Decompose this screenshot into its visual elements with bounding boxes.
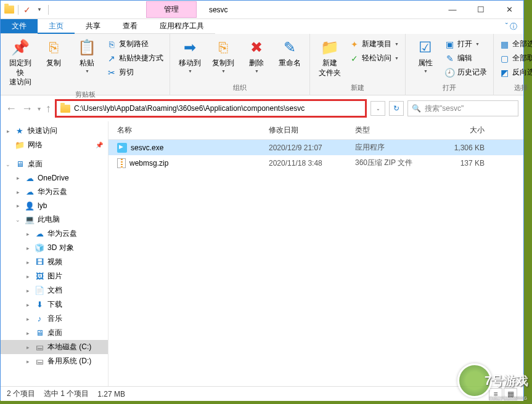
label: 删除 [249,59,264,68]
easyaccess-button[interactable]: ✓轻松访问▼ [348,52,400,65]
nav-localdisk-c[interactable]: ▸🖴本地磁盘 (C:) [1,340,108,354]
help-button[interactable]: ˇ ⓘ [505,22,517,32]
rename-icon: ✎ [280,38,300,57]
tab-share[interactable]: 共享 [75,19,112,34]
pin-quickaccess-button[interactable]: 📌 固定到快 速访问 [6,36,35,89]
column-headers: 名称 修改日期 类型 大小 [108,121,523,140]
nav-backup-d[interactable]: ▸🖴备用系统 (D:) [1,354,108,368]
desktop-icon: 🖥 [34,328,45,338]
newitem-button[interactable]: ✦新建项目▼ [348,38,400,50]
invert-button[interactable]: ◩反向选择 [499,66,532,79]
col-type[interactable]: 类型 [355,125,435,135]
nav-videos[interactable]: ▸🎞视频 [1,255,108,269]
file-size: 137 KB [435,159,491,168]
ribbon-tabs: 文件 主页 共享 查看 应用程序工具 ˇ ⓘ [1,19,523,34]
forward-button[interactable]: → [22,102,33,115]
tab-home[interactable]: 主页 [38,19,75,34]
nav-music[interactable]: ▸♪音乐 [1,312,108,326]
address-path[interactable]: C:\Users\lyb\AppData\Roaming\360se6\Appl… [74,104,361,113]
col-date[interactable]: 修改日期 [269,125,355,135]
nav-desktop[interactable]: ⌄🖥桌面 [1,157,108,171]
group-label: 选择 [499,82,532,92]
search-input[interactable]: 🔍 搜索"sesvc" [407,100,518,116]
pin-icon: 📌 [96,142,103,148]
selectall-button[interactable]: ▦全部选择 [499,38,532,50]
label: 桌面 [47,328,62,338]
navigation-pane[interactable]: ▸★快速访问 📁网络📌 ⌄🖥桌面 ▸☁OneDrive ▸☁华为云盘 ▸👤lyb… [1,121,108,386]
properties-button[interactable]: ☑属性▼ [411,36,440,75]
address-bar[interactable]: C:\Users\lyb\AppData\Roaming\360se6\Appl… [55,99,367,118]
label: 打开 [457,39,472,49]
tab-view[interactable]: 查看 [112,19,149,34]
newfolder-button[interactable]: 📁新建 文件夹 [315,36,345,79]
easyaccess-icon: ✓ [350,54,359,63]
label: 轻松访问 [362,53,391,63]
label: 重命名 [279,59,301,68]
nav-network[interactable]: 📁网络📌 [1,138,108,152]
nav-quickaccess[interactable]: ▸★快速访问 [1,124,108,138]
nav-desktop2[interactable]: ▸🖥桌面 [1,326,108,340]
cloud-icon: ☁ [24,173,35,183]
pastelink-button[interactable]: ↗粘贴快捷方式 [105,52,165,65]
star-icon: ★ [14,126,25,136]
label: 复制 [46,59,61,68]
file-name: sesvc.exe [131,143,163,152]
group-label: 打开 [411,82,488,92]
label: 复制路径 [119,39,149,49]
tab-file[interactable]: 文件 [1,19,38,34]
history-button[interactable]: 🕘历史记录 [444,66,488,79]
check-icon[interactable]: ✓ [22,5,32,15]
label: 复制到 [212,59,234,68]
col-size[interactable]: 大小 [435,125,491,135]
cut-button[interactable]: ✂剪切 [105,66,165,79]
label: 文档 [47,285,62,296]
selectnone-icon: ▢ [500,54,510,63]
up-button[interactable]: ↑ [46,102,51,115]
maximize-button[interactable]: ☐ [467,1,495,19]
nav-huawei2[interactable]: ▸☁华为云盘 [1,227,108,241]
qat-dropdown[interactable]: ▼ [35,7,44,12]
nav-downloads[interactable]: ▸⬇下载 [1,297,108,312]
address-dropdown[interactable]: ⌄ [370,101,385,116]
label: 音乐 [47,313,62,324]
selectnone-button[interactable]: ▢全部取消 [499,52,532,65]
copyto-button[interactable]: ⎘复制到▼ [208,36,238,75]
nav-user[interactable]: ▸👤lyb [1,199,108,212]
file-row[interactable]: webmsg.zip2020/11/18 3:48360压缩 ZIP 文件137… [108,155,523,171]
label: 网络 [28,140,43,150]
refresh-button[interactable]: ↻ [389,101,404,116]
edit-button[interactable]: ✎编辑 [444,52,488,65]
nav-thispc[interactable]: ⌄💻此电脑 [1,212,108,227]
label: 图片 [47,271,62,281]
delete-button[interactable]: ✖删除▼ [242,36,271,75]
tab-apptools[interactable]: 应用程序工具 [149,19,215,34]
explorer-window: ✓ ▼ 管理 sesvc — ☐ ✕ 文件 主页 共享 查看 应用程序工具 ˇ … [0,0,524,400]
file-rows[interactable]: sesvc.exe2020/12/9 21:07应用程序1,306 KBwebm… [108,140,523,386]
picture-icon: 🖼 [34,272,45,281]
paste-button[interactable]: 📋 粘贴 ▼ [72,36,102,75]
close-button[interactable]: ✕ [495,1,523,19]
nav-documents[interactable]: ▸📄文档 [1,283,108,297]
nav-pictures[interactable]: ▸🖼图片 [1,269,108,283]
desktop-icon: 🖥 [14,160,25,169]
file-type: 应用程序 [355,142,435,153]
window-controls: — ☐ ✕ [438,1,523,19]
music-icon: ♪ [34,314,45,324]
label: 反向选择 [512,67,532,78]
minimize-button[interactable]: — [438,1,467,19]
file-row[interactable]: sesvc.exe2020/12/9 21:07应用程序1,306 KB [108,140,523,155]
copy-button[interactable]: ⎘ 复制 [39,36,68,70]
col-name[interactable]: 名称 [108,125,269,135]
open-button[interactable]: ▣打开▼ [444,38,488,50]
nav-huawei[interactable]: ▸☁华为云盘 [1,185,108,199]
moveto-button[interactable]: ➡移动到▼ [175,36,205,75]
nav-3dobjects[interactable]: ▸🧊3D 对象 [1,241,108,255]
nav-onedrive[interactable]: ▸☁OneDrive [1,171,108,185]
ribbon-group-clipboard: 📌 固定到快 速访问 ⎘ 复制 📋 粘贴 ▼ ⎘复制路径 ↗粘贴快捷方式 ✂剪切 [1,34,170,95]
recent-dropdown[interactable]: ▾ [38,105,41,112]
edit-icon: ✎ [445,54,455,63]
copypath-button[interactable]: ⎘复制路径 [105,38,165,50]
label: 快速访问 [28,126,57,136]
back-button[interactable]: ← [6,102,17,115]
rename-button[interactable]: ✎重命名 [275,36,305,70]
